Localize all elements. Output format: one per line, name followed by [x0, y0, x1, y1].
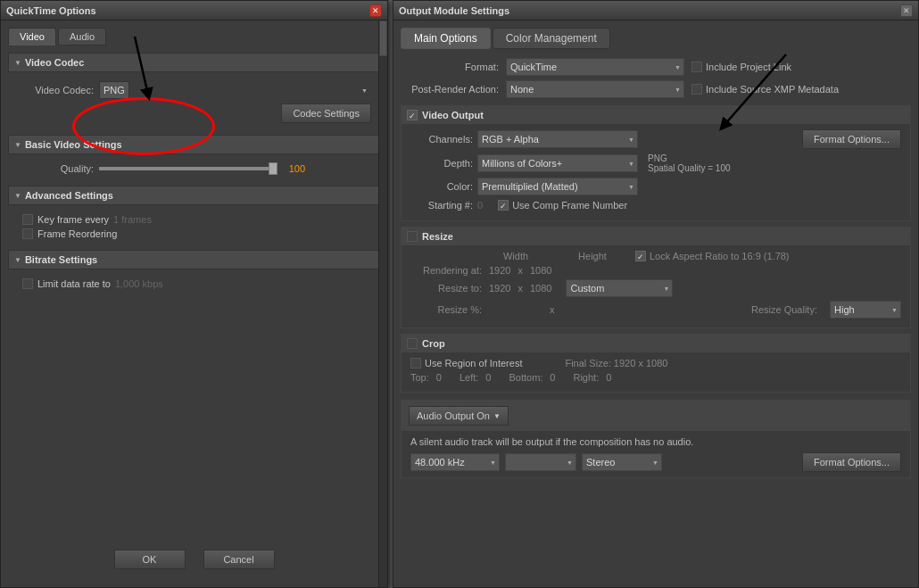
- depth-select-wrapper: Millions of Colors+: [477, 154, 638, 172]
- om-tab-color[interactable]: Color Management: [493, 28, 610, 49]
- basic-video-collapse-icon[interactable]: ▼: [14, 141, 21, 149]
- advanced-collapse-icon[interactable]: ▼: [14, 192, 21, 200]
- om-tab-bar: Main Options Color Management: [401, 28, 911, 49]
- resize-to-row: Resize to: 1920 x 1080 Custom: [410, 279, 901, 297]
- rendering-at-row: Rendering at: 1920 x 1080: [410, 265, 901, 276]
- crop-top-label: Top:: [410, 372, 429, 383]
- include-project-link-row: Include Project Link: [691, 62, 791, 72]
- crop-section-body: Use Region of Interest Final Size: 1920 …: [402, 352, 910, 392]
- quicktime-options-window: QuickTime Options ✕ Video Audio ▼ Video …: [0, 0, 388, 588]
- depth-note: PNG Spatial Quality = 100: [648, 153, 731, 173]
- resize-section-label: Resize: [422, 231, 453, 242]
- qt-scrollbar-thumb[interactable]: [379, 21, 387, 56]
- use-comp-frame-checkbox[interactable]: [498, 200, 509, 211]
- om-close-button[interactable]: ✕: [900, 4, 913, 17]
- lock-ratio-checkbox[interactable]: [635, 251, 646, 261]
- frame-reorder-checkbox[interactable]: [22, 228, 33, 239]
- advanced-section-header: ▼ Advanced Settings: [8, 186, 380, 205]
- codec-select[interactable]: PNG: [99, 81, 129, 99]
- audio-format-wrapper: [505, 453, 576, 471]
- resize-preset-wrapper: Custom: [566, 279, 673, 297]
- crop-enabled-checkbox[interactable]: [407, 338, 418, 349]
- vo-enabled-checkbox[interactable]: [407, 110, 418, 120]
- crop-left-value: 0: [485, 372, 491, 383]
- frame-reorder-label: Frame Reordering: [37, 228, 117, 239]
- resize-quality-label: Resize Quality:: [751, 304, 817, 315]
- starting-row: Starting #: 0 Use Comp Frame Number: [410, 200, 901, 211]
- color-label: Color:: [410, 181, 473, 192]
- qt-tab-video[interactable]: Video: [8, 28, 56, 46]
- limit-rate-checkbox[interactable]: [22, 278, 33, 289]
- post-render-select[interactable]: None: [506, 80, 684, 98]
- qt-scrollbar[interactable]: [378, 21, 387, 587]
- rendering-height: 1080: [530, 265, 551, 276]
- quality-label: Quality:: [22, 163, 94, 174]
- crop-section-label: Crop: [422, 338, 445, 349]
- crop-roi-row: Use Region of Interest Final Size: 1920 …: [410, 358, 901, 369]
- resize-to-x-sep: x: [517, 283, 523, 294]
- resize-quality-select[interactable]: High: [830, 301, 901, 319]
- audio-format-select[interactable]: [505, 453, 576, 471]
- crop-bottom-value: 0: [550, 372, 555, 383]
- om-tab-main[interactable]: Main Options: [401, 28, 491, 49]
- format-options-button[interactable]: Format Options...: [802, 129, 901, 149]
- bitrate-section-header: ▼ Bitrate Settings: [8, 250, 380, 269]
- vo-section-label: Video Output: [422, 110, 484, 120]
- audio-channels-select[interactable]: Stereo: [582, 453, 662, 471]
- depth-select[interactable]: Millions of Colors+: [477, 154, 638, 172]
- rendering-width: 1920: [489, 265, 510, 276]
- basic-video-label: Basic Video Settings: [25, 139, 122, 150]
- video-codec-section-body: Video Codec: PNG Codec Settings: [8, 78, 380, 135]
- depth-note-line1: PNG: [648, 153, 731, 163]
- audio-section-header: Audio Output On ▼: [402, 401, 910, 431]
- output-module-window: Output Module Settings ✕ Main Options Co…: [393, 0, 919, 588]
- include-xmp-row: Include Source XMP Metadata: [691, 84, 839, 95]
- basic-video-section-body: Quality: 100: [8, 160, 380, 186]
- codec-settings-button[interactable]: Codec Settings: [281, 104, 371, 123]
- qt-window-title: QuickTime Options: [6, 5, 96, 16]
- format-label: Format:: [401, 62, 499, 72]
- resize-section-body: Width Height Lock Aspect Ratio to 16:9 (…: [402, 245, 910, 327]
- qt-ok-button[interactable]: OK: [114, 550, 186, 569]
- audio-output-button[interactable]: Audio Output On ▼: [409, 406, 509, 426]
- resize-pct-label: Resize %:: [410, 304, 482, 315]
- use-roi-checkbox[interactable]: [410, 358, 421, 369]
- include-project-link-checkbox[interactable]: [691, 62, 702, 72]
- crop-right-value: 0: [606, 372, 611, 383]
- qt-tab-audio[interactable]: Audio: [58, 28, 106, 46]
- om-titlebar: Output Module Settings ✕: [393, 1, 918, 21]
- qt-close-button[interactable]: ✕: [369, 4, 382, 17]
- keyframe-checkbox[interactable]: [22, 214, 33, 225]
- keyframe-row: Key frame every 1 frames: [22, 214, 371, 225]
- quality-slider[interactable]: [99, 167, 277, 170]
- crop-top-value: 0: [436, 372, 442, 383]
- resize-enabled-checkbox[interactable]: [407, 231, 418, 242]
- bitrate-section-label: Bitrate Settings: [25, 254, 97, 265]
- limit-rate-row: Limit data rate to 1,000 kbps: [22, 278, 371, 289]
- qt-titlebar: QuickTime Options ✕: [1, 1, 387, 21]
- bitrate-collapse-icon[interactable]: ▼: [14, 256, 21, 264]
- use-comp-frame-label: Use Comp Frame Number: [512, 200, 627, 211]
- resize-preset-select[interactable]: Custom: [566, 279, 673, 297]
- format-select[interactable]: QuickTime: [506, 58, 684, 76]
- audio-output-dropdown-icon: ▼: [493, 412, 501, 420]
- crop-right-label: Right:: [573, 372, 599, 383]
- qt-cancel-button[interactable]: Cancel: [203, 550, 275, 569]
- sample-rate-select[interactable]: 48.000 kHz: [410, 453, 500, 471]
- include-xmp-checkbox[interactable]: [691, 84, 702, 95]
- keyframe-value: 1 frames: [113, 214, 152, 225]
- color-select[interactable]: Premultiplied (Matted): [477, 178, 638, 195]
- codec-section-label: Video Codec: [25, 57, 84, 68]
- crop-bottom-label: Bottom:: [509, 372, 542, 383]
- crop-section-header: Crop: [402, 335, 910, 352]
- channels-select[interactable]: RGB + Alpha: [477, 130, 638, 148]
- channels-select-wrapper: RGB + Alpha: [477, 130, 638, 148]
- use-comp-frame-row: Use Comp Frame Number: [498, 200, 627, 211]
- audio-format-options-button[interactable]: Format Options...: [802, 452, 901, 472]
- codec-collapse-icon[interactable]: ▼: [14, 59, 21, 67]
- resize-to-height: 1080: [530, 283, 551, 294]
- include-project-link-label: Include Project Link: [706, 62, 791, 72]
- codec-row: Video Codec: PNG: [22, 81, 371, 99]
- color-row: Color: Premultiplied (Matted): [410, 178, 901, 195]
- codec-select-wrapper: PNG: [99, 81, 371, 99]
